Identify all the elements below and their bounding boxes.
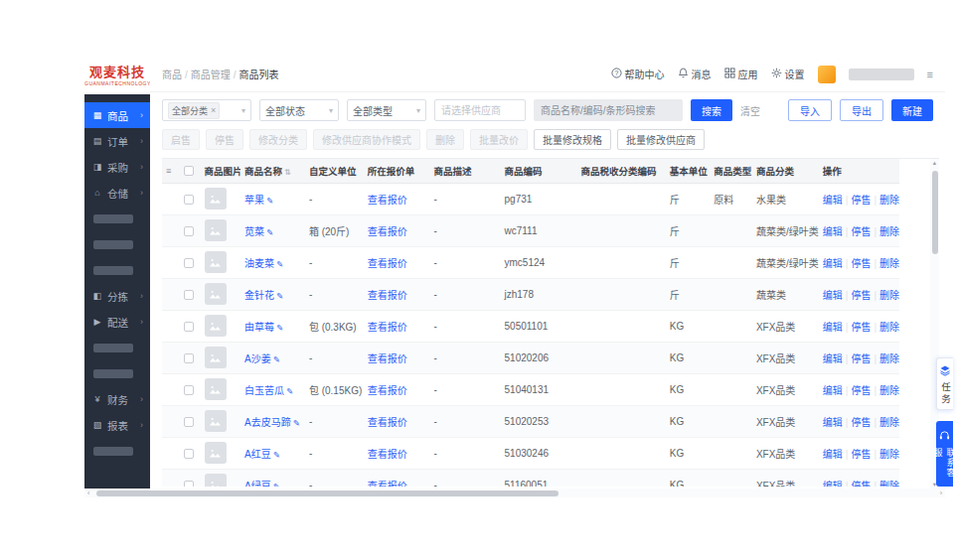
- edit-pencil-icon[interactable]: ✎: [286, 386, 293, 396]
- contact-service-button[interactable]: 联系客服: [936, 421, 953, 487]
- delete-link[interactable]: 删除: [879, 385, 899, 396]
- edit-link[interactable]: 编辑: [823, 258, 843, 269]
- stop-sale-link[interactable]: 停售: [851, 290, 871, 301]
- row-select-cell[interactable]: [180, 214, 200, 246]
- row-checkbox[interactable]: [184, 481, 194, 487]
- bulk-action-button[interactable]: 批量修改规格: [534, 129, 611, 150]
- edit-link[interactable]: 编辑: [823, 322, 843, 333]
- sidebar-item[interactable]: ◨采购›: [84, 154, 150, 180]
- view-quote-link[interactable]: 查看报价: [368, 353, 407, 364]
- stop-sale-link[interactable]: 停售: [851, 417, 871, 428]
- tag-clear-icon[interactable]: ×: [211, 105, 216, 115]
- search-button[interactable]: 搜索: [691, 99, 732, 121]
- edit-link[interactable]: 编辑: [823, 290, 843, 301]
- horizontal-scrollbar[interactable]: ‹ ›: [84, 489, 945, 497]
- sidebar-item-blurred[interactable]: [84, 257, 150, 283]
- scroll-up-icon[interactable]: ▴: [933, 159, 936, 167]
- menu-icon[interactable]: ≡: [927, 69, 933, 80]
- sidebar-item-blurred[interactable]: [84, 438, 150, 464]
- row-select-cell[interactable]: [180, 310, 200, 342]
- sidebar-item-blurred[interactable]: [84, 335, 150, 360]
- view-quote-link[interactable]: 查看报价: [368, 195, 407, 206]
- row-select-cell[interactable]: [180, 342, 200, 373]
- sidebar-item[interactable]: ▶配送›: [84, 309, 150, 335]
- edit-pencil-icon[interactable]: ✎: [273, 450, 280, 460]
- delete-link[interactable]: 删除: [879, 353, 899, 364]
- scroll-right-icon[interactable]: ›: [940, 490, 942, 496]
- product-name-link[interactable]: 油麦菜: [244, 258, 274, 269]
- sidebar-item[interactable]: ⌂仓储›: [84, 180, 150, 206]
- edit-pencil-icon[interactable]: ✎: [276, 323, 283, 333]
- row-checkbox[interactable]: [184, 385, 194, 395]
- row-select-cell[interactable]: [180, 246, 200, 278]
- edit-link[interactable]: 编辑: [823, 353, 843, 364]
- vertical-scroll-thumb[interactable]: [932, 171, 938, 254]
- delete-link[interactable]: 删除: [879, 481, 899, 488]
- scroll-left-icon[interactable]: ‹: [87, 490, 89, 496]
- topbar-item-gear[interactable]: 设置: [771, 67, 805, 81]
- column-settings-icon[interactable]: ≡: [162, 159, 180, 183]
- edit-pencil-icon[interactable]: ✎: [266, 196, 273, 206]
- sidebar-item-blurred[interactable]: [84, 360, 150, 386]
- row-checkbox[interactable]: [184, 449, 194, 459]
- brand-logo[interactable]: 观麦科技 GUANMAITECHNOLOGY: [84, 57, 150, 94]
- type-select[interactable]: 全部类型 ▾: [347, 99, 426, 121]
- breadcrumb-part[interactable]: 商品: [162, 70, 182, 80]
- delete-link[interactable]: 删除: [879, 417, 899, 428]
- edit-pencil-icon[interactable]: ✎: [273, 482, 280, 488]
- row-checkbox[interactable]: [184, 258, 194, 268]
- import-button[interactable]: 导入: [788, 99, 832, 121]
- product-name-link[interactable]: 苹果: [244, 195, 264, 206]
- stop-sale-link[interactable]: 停售: [851, 449, 871, 460]
- edit-pencil-icon[interactable]: ✎: [266, 227, 273, 237]
- view-quote-link[interactable]: 查看报价: [368, 258, 407, 269]
- create-button[interactable]: 新建: [891, 99, 933, 121]
- bulk-action-button[interactable]: 批量修改供应商: [617, 129, 705, 150]
- delete-link[interactable]: 删除: [879, 449, 899, 460]
- category-select[interactable]: 全部分类 × ▾: [162, 99, 251, 121]
- stop-sale-link[interactable]: 停售: [851, 353, 871, 364]
- product-name-link[interactable]: 金针花: [244, 290, 274, 301]
- clear-button[interactable]: 清空: [740, 103, 760, 118]
- row-select-cell[interactable]: [180, 278, 200, 310]
- product-name-link[interactable]: 白玉苦瓜: [244, 385, 284, 396]
- edit-pencil-icon[interactable]: ✎: [293, 418, 300, 428]
- view-quote-link[interactable]: 查看报价: [368, 481, 407, 488]
- horizontal-scroll-thumb[interactable]: [96, 490, 558, 496]
- delete-link[interactable]: 删除: [879, 195, 899, 206]
- stop-sale-link[interactable]: 停售: [851, 258, 871, 269]
- delete-link[interactable]: 删除: [879, 258, 899, 269]
- sidebar-item[interactable]: ◧分拣›: [84, 283, 150, 309]
- select-all-checkbox[interactable]: [180, 159, 200, 183]
- stop-sale-link[interactable]: 停售: [851, 481, 871, 488]
- view-quote-link[interactable]: 查看报价: [368, 226, 407, 237]
- row-select-cell[interactable]: [180, 405, 200, 437]
- sidebar-item[interactable]: ▧报表›: [84, 412, 150, 438]
- product-name-link[interactable]: A去皮马蹄: [244, 417, 291, 428]
- edit-link[interactable]: 编辑: [823, 417, 843, 428]
- edit-link[interactable]: 编辑: [823, 195, 843, 206]
- product-name-link[interactable]: 由草莓: [244, 322, 274, 333]
- delete-link[interactable]: 删除: [879, 226, 899, 237]
- delete-link[interactable]: 删除: [879, 290, 899, 301]
- topbar-item-apps-grid[interactable]: 应用: [724, 67, 758, 81]
- sidebar-item[interactable]: ¥财务›: [84, 386, 150, 412]
- view-quote-link[interactable]: 查看报价: [368, 290, 407, 301]
- view-quote-link[interactable]: 查看报价: [368, 449, 407, 460]
- task-panel-tab[interactable]: 任务: [936, 357, 953, 410]
- supplier-input[interactable]: [434, 99, 526, 121]
- avatar[interactable]: [818, 66, 836, 83]
- product-name-link[interactable]: A绿豆: [244, 481, 271, 488]
- sidebar-item-blurred[interactable]: [84, 231, 150, 257]
- view-quote-link[interactable]: 查看报价: [368, 417, 407, 428]
- stop-sale-link[interactable]: 停售: [851, 226, 871, 237]
- sidebar-item[interactable]: ▦商品›: [84, 102, 150, 128]
- view-quote-link[interactable]: 查看报价: [368, 385, 407, 396]
- stop-sale-link[interactable]: 停售: [851, 195, 871, 206]
- row-checkbox[interactable]: [184, 195, 194, 205]
- sidebar-item[interactable]: ▤订单›: [84, 128, 150, 154]
- edit-link[interactable]: 编辑: [823, 449, 843, 460]
- row-checkbox[interactable]: [184, 353, 194, 363]
- row-checkbox[interactable]: [184, 290, 194, 300]
- stop-sale-link[interactable]: 停售: [851, 385, 871, 396]
